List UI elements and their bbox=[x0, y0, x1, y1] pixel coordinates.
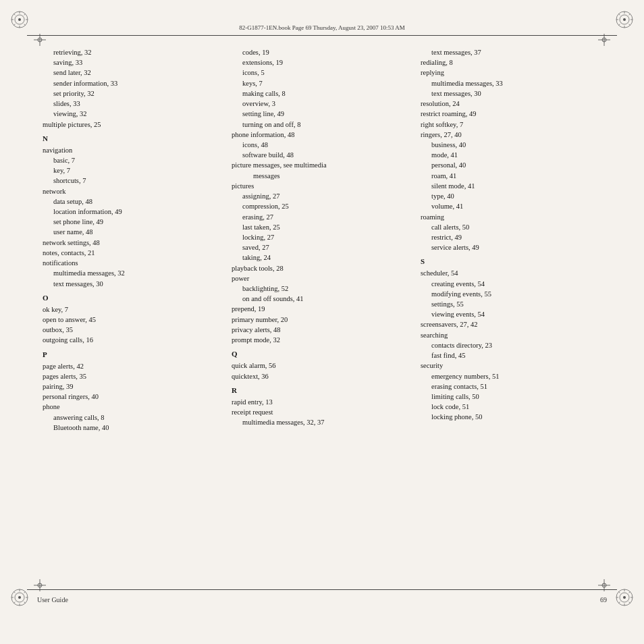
index-item: slides, 33 bbox=[43, 99, 221, 109]
index-item: erasing contacts, 51 bbox=[421, 381, 599, 392]
index-item: N bbox=[43, 134, 221, 144]
index-item: on and off sounds, 41 bbox=[232, 294, 410, 304]
index-item: backlighting, 52 bbox=[232, 284, 410, 294]
index-item: set phone line, 49 bbox=[43, 217, 221, 227]
index-item: phone bbox=[43, 402, 221, 412]
index-item: taking, 24 bbox=[232, 252, 410, 263]
index-item: multimedia messages, 32 bbox=[43, 268, 221, 278]
index-item: erasing, 27 bbox=[232, 212, 410, 222]
index-item: settings, 55 bbox=[421, 299, 599, 309]
index-item: overview, 3 bbox=[232, 99, 410, 109]
index-item: answering calls, 8 bbox=[43, 412, 221, 423]
index-item: software build, 48 bbox=[232, 150, 410, 160]
index-item: basic, 7 bbox=[43, 155, 221, 165]
index-item: key, 7 bbox=[43, 165, 221, 176]
index-item: viewing events, 54 bbox=[421, 309, 599, 319]
index-item: sender information, 33 bbox=[43, 78, 221, 88]
index-item: resolution, 24 bbox=[421, 99, 599, 109]
index-item: saved, 27 bbox=[232, 242, 410, 252]
index-item: page alerts, 42 bbox=[43, 361, 221, 371]
index-item: receipt request bbox=[232, 407, 410, 417]
index-item: phone information, 48 bbox=[232, 130, 410, 140]
index-item: limiting calls, 50 bbox=[421, 392, 599, 402]
corner-decoration-tr bbox=[615, 10, 634, 29]
svg-line-21 bbox=[619, 24, 620, 26]
svg-line-42 bbox=[629, 592, 630, 593]
index-item: navigation bbox=[43, 145, 221, 155]
index-item: Bluetooth name, 40 bbox=[43, 423, 221, 433]
index-item: saving, 33 bbox=[43, 57, 221, 68]
index-item: location information, 49 bbox=[43, 207, 221, 217]
index-item: notes, contacts, 21 bbox=[43, 248, 221, 258]
index-item: compression, 25 bbox=[232, 201, 410, 211]
index-item: contacts directory, 23 bbox=[421, 340, 599, 350]
content-area: retrieving, 32saving, 33send later, 32se… bbox=[37, 44, 607, 583]
index-item: turning on and off, 8 bbox=[232, 119, 410, 130]
index-item: network settings, 48 bbox=[43, 238, 221, 248]
bottom-border-line bbox=[27, 589, 617, 590]
index-item: viewing, 32 bbox=[43, 109, 221, 119]
index-item: creating events, 54 bbox=[421, 279, 599, 289]
index-column-left: retrieving, 32saving, 33send later, 32se… bbox=[37, 44, 226, 583]
index-item: quick alarm, 56 bbox=[232, 360, 410, 371]
index-item: text messages, 30 bbox=[421, 88, 599, 99]
index-item: type, 40 bbox=[421, 191, 599, 201]
svg-line-18 bbox=[619, 14, 620, 16]
index-item: pictures bbox=[232, 181, 410, 191]
index-item: text messages, 30 bbox=[43, 279, 221, 289]
svg-line-41 bbox=[629, 602, 630, 603]
index-item: multiple pictures, 25 bbox=[43, 119, 221, 130]
index-column-right: text messages, 37redialing, 8replyingmul… bbox=[415, 44, 604, 583]
index-item: open to answer, 45 bbox=[43, 315, 221, 325]
index-item: silent mode, 41 bbox=[421, 181, 599, 191]
svg-line-8 bbox=[24, 24, 26, 26]
header-text: 82-G1877-1EN.book Page 69 Thursday, Augu… bbox=[239, 24, 405, 31]
index-item: R bbox=[232, 385, 410, 396]
index-item: set priority, 32 bbox=[43, 88, 221, 99]
index-item: pages alerts, 35 bbox=[43, 371, 221, 381]
index-item: extensions, 19 bbox=[232, 57, 410, 68]
svg-line-43 bbox=[619, 602, 620, 603]
svg-line-10 bbox=[14, 24, 16, 26]
corner-decoration-br bbox=[615, 588, 634, 607]
index-item: prepend, 19 bbox=[232, 304, 410, 314]
index-item: rapid entry, 13 bbox=[232, 397, 410, 407]
index-item: assigning, 27 bbox=[232, 191, 410, 201]
page: 82-G1877-1EN.book Page 69 Thursday, Augu… bbox=[0, 0, 644, 644]
index-item: restrict, 49 bbox=[421, 232, 599, 242]
index-item: picture messages, see multimedia bbox=[232, 160, 410, 170]
index-item: keys, 7 bbox=[232, 78, 410, 88]
index-item: outgoing calls, 16 bbox=[43, 335, 221, 345]
index-item: user name, 48 bbox=[43, 227, 221, 237]
svg-line-7 bbox=[14, 14, 16, 16]
index-item: pairing, 39 bbox=[43, 381, 221, 392]
index-item: replying bbox=[421, 68, 599, 78]
index-item: playback tools, 28 bbox=[232, 263, 410, 273]
index-item: setting line, 49 bbox=[232, 109, 410, 119]
index-item: modifying events, 55 bbox=[421, 289, 599, 299]
index-item: roam, 41 bbox=[421, 171, 599, 181]
index-item: multimedia messages, 33 bbox=[421, 78, 599, 88]
index-item: call alerts, 50 bbox=[421, 222, 599, 232]
svg-line-32 bbox=[14, 602, 16, 603]
svg-line-19 bbox=[629, 24, 630, 26]
footer-page-number: 69 bbox=[600, 596, 607, 603]
index-item: lock code, 51 bbox=[421, 402, 599, 412]
index-item: scheduler, 54 bbox=[421, 268, 599, 278]
index-item: quicktext, 36 bbox=[232, 371, 410, 381]
index-item: redialing, 8 bbox=[421, 57, 599, 68]
index-item: locking phone, 50 bbox=[421, 412, 599, 422]
index-item: personal ringers, 40 bbox=[43, 392, 221, 402]
index-item: volume, 41 bbox=[421, 201, 599, 211]
index-item: text messages, 37 bbox=[421, 47, 599, 57]
index-item: business, 40 bbox=[421, 140, 599, 150]
index-item: multimedia messages, 32, 37 bbox=[232, 417, 410, 427]
index-item: prompt mode, 32 bbox=[232, 335, 410, 345]
svg-line-31 bbox=[24, 592, 26, 593]
index-item: ringers, 27, 40 bbox=[421, 130, 599, 140]
index-item: primary number, 20 bbox=[232, 315, 410, 325]
index-item: notifications bbox=[43, 258, 221, 268]
index-item: icons, 5 bbox=[232, 68, 410, 78]
index-item: making calls, 8 bbox=[232, 88, 410, 99]
index-item: data setup, 48 bbox=[43, 196, 221, 207]
